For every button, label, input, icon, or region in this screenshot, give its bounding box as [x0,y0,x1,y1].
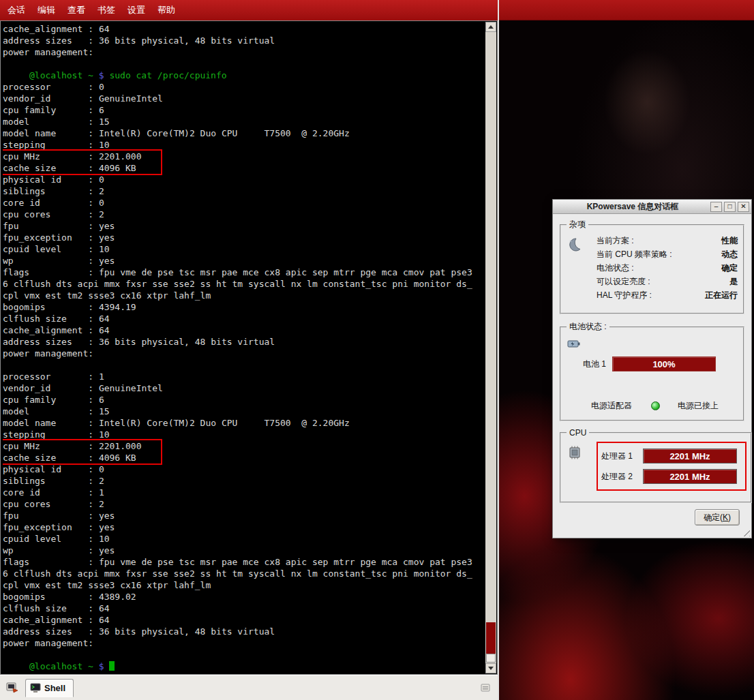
battery-group: 电池状态 : 电池 1 100% 电源适配器 电源已接上 [560,321,744,421]
redacted-username [3,70,29,78]
misc-label: 可以设定亮度 : [597,276,650,288]
menu-item-2[interactable]: 编辑 [31,1,61,19]
typed-command: sudo cat /proc/cpuinfo [109,70,226,80]
terminal-viewport[interactable]: cache_alignment : 64address sizes : 36 b… [0,20,498,675]
terminal-scrollbar[interactable] [485,22,496,673]
terminal-prompt-line: @localhost ~ $ [3,660,485,672]
scroll-down-button[interactable] [485,663,496,673]
terminal-line: wp : yes [3,545,485,556]
new-session-icon [6,682,18,694]
tab-shell[interactable]: Shell [25,679,74,697]
arrow-up-icon [488,25,494,29]
terminal-window: 会话编辑查看书签设置帮助 cache_alignment : 64address… [0,0,498,700]
misc-value: 正在运行 [705,290,738,301]
terminal-line: model name : Intel(R) Core(TM)2 Duo CPU … [3,417,485,429]
misc-value: 确定 [721,262,738,274]
prompt-symbol: $ [99,661,110,671]
misc-value: 性能 [721,235,738,247]
scroll-up-button[interactable] [485,22,496,32]
tab-list-icon [480,682,491,693]
maximize-icon: □ [727,203,732,210]
minimize-icon: – [714,203,719,210]
terminal-icon [30,683,41,693]
annotation-highlight-box: cpu MHz : 2201.000cache size : 4096 KB [3,440,161,463]
misc-row-4: 可以设定亮度 :是 [597,275,738,288]
terminal-line: fpu_exception : yes [3,521,485,533]
close-icon: ✕ [740,203,746,210]
scrollbar-thumb[interactable] [486,654,496,663]
misc-row-3: 电池状态 :确定 [597,261,738,275]
dialog-title: KPowersave 信息对话框 [557,201,708,213]
prompt-symbol: $ [99,70,110,80]
terminal-line: power management: [3,348,485,359]
menu-item-6[interactable]: 帮助 [151,1,181,19]
scrollbar-marker [486,622,496,654]
cpu-freq-bar: 2201 MHz [643,448,737,463]
taskbar: Shell [0,675,498,700]
misc-label: HAL 守护程序 : [597,290,652,301]
menu-item-4[interactable]: 书签 [91,1,121,19]
ac-status-text: 电源已接上 [678,400,719,412]
terminal-line: flags : fpu vme de pse tsc msr pae mce c… [3,267,485,278]
tab-list-button[interactable] [477,680,494,696]
terminal-line: flags : fpu vme de pse tsc msr pae mce c… [3,556,485,568]
terminal-cursor [109,661,115,671]
terminal-output: cache_alignment : 64address sizes : 36 b… [3,23,485,672]
redacted-username [3,661,29,669]
dialog-titlebar[interactable]: KPowersave 信息对话框 –□✕ [553,200,751,214]
terminal-line: 6 clflush dts acpi mmx fxsr sse sse2 ss … [3,568,485,579]
maximize-button[interactable]: □ [724,202,736,212]
terminal-line: bogomips : 4394.19 [3,301,485,313]
terminal-line: cache size : 4096 KB [3,452,161,463]
terminal-line: cpu MHz : 2201.000 [3,151,161,162]
new-session-button[interactable] [4,680,20,696]
terminal-line: cpu cores : 2 [3,498,485,510]
terminal-line: stepping : 10 [3,429,485,440]
terminal-line: cache size : 4096 KB [3,162,161,174]
cpu-freq-bar: 2201 MHz [643,469,737,484]
minimize-button[interactable]: – [710,202,722,212]
ac-power-led [651,401,660,410]
window-buttons: –□✕ [708,202,749,212]
menu-item-1[interactable]: 会话 [1,1,31,19]
terminal-prompt-line: @localhost ~ $ sudo cat /proc/cpuinfo [3,70,485,81]
kpowersave-dialog: KPowersave 信息对话框 –□✕ 杂项 当前方案 :性能当前 CPU 频… [552,199,752,538]
misc-group-legend: 杂项 [567,219,588,230]
battery-row: 电池 1 100% [583,356,738,371]
misc-label: 电池状态 : [597,262,634,274]
battery-progress-bar: 100% [612,356,716,371]
terminal-line: siblings : 2 [3,185,485,197]
misc-value: 是 [729,276,738,288]
misc-value: 动态 [721,249,738,260]
terminal-line: cpu cores : 2 [3,209,485,220]
terminal-line: model name : Intel(R) Core(TM)2 Duo CPU … [3,127,485,139]
background-titlebar [499,0,754,20]
menu-item-5[interactable]: 设置 [121,1,151,19]
terminal-line: processor : 0 [3,81,485,93]
terminal-line [3,359,485,371]
terminal-line: model : 15 [3,406,485,417]
arrow-down-icon [488,667,494,670]
menu-item-3[interactable]: 查看 [61,1,91,19]
terminal-line: cache_alignment : 64 [3,23,485,35]
terminal-line: siblings : 2 [3,475,485,487]
ac-adapter-label: 电源适配器 [591,400,651,412]
resize-grip[interactable] [741,528,750,536]
terminal-line: bogomips : 4389.02 [3,591,485,603]
misc-row-2: 当前 CPU 频率策略 :动态 [597,247,738,261]
cpu-icon [567,439,597,489]
terminal-line: fpu : yes [3,510,485,521]
terminal-line: address sizes : 36 bits physical, 48 bit… [3,626,485,637]
terminal-line: cpuid level : 10 [3,533,485,545]
terminal-line: vendor_id : GenuineIntel [3,93,485,104]
terminal-line: physical id : 0 [3,463,485,475]
misc-label: 当前方案 : [597,235,634,247]
cpu-label: 处理器 1 [601,451,638,462]
terminal-line: 6 clflush dts acpi mmx fxsr sse sse2 ss … [3,278,485,290]
close-button[interactable]: ✕ [738,202,749,212]
cpu-rows: 处理器 12201 MHz处理器 22201 MHz [598,443,745,489]
terminal-line: address sizes : 36 bits physical, 48 bit… [3,35,485,46]
cpu-row-2: 处理器 22201 MHz [601,466,742,487]
battery-group-legend: 电池状态 : [567,321,609,333]
ok-button[interactable]: 确定(K) [695,509,740,526]
